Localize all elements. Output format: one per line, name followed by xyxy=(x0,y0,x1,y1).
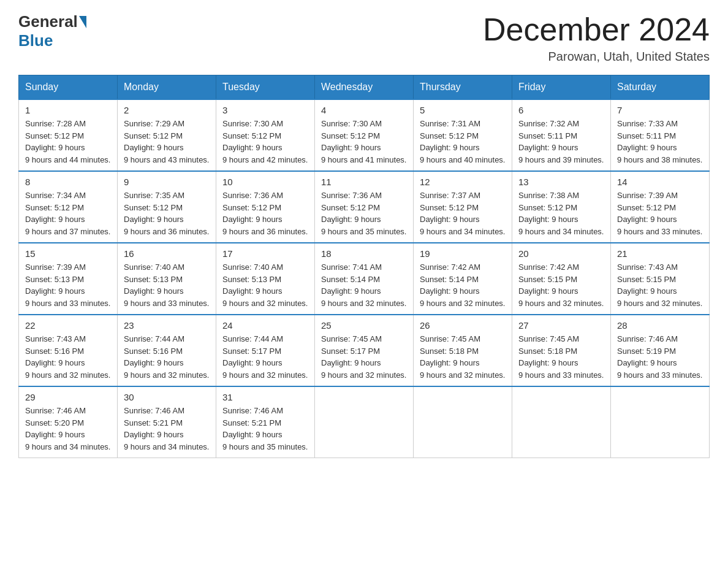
day-info: Sunrise: 7:43 AMSunset: 5:15 PMDaylight:… xyxy=(617,261,703,309)
header-row: SundayMondayTuesdayWednesdayThursdayFrid… xyxy=(19,75,710,100)
calendar-cell: 19Sunrise: 7:42 AMSunset: 5:14 PMDayligh… xyxy=(414,243,512,315)
calendar-cell: 13Sunrise: 7:38 AMSunset: 5:12 PMDayligh… xyxy=(512,171,611,243)
calendar-cell xyxy=(512,386,611,458)
day-number: 28 xyxy=(617,320,703,331)
logo-blue: Blue xyxy=(18,31,53,50)
calendar-cell: 20Sunrise: 7:42 AMSunset: 5:15 PMDayligh… xyxy=(512,243,611,315)
calendar-cell: 11Sunrise: 7:36 AMSunset: 5:12 PMDayligh… xyxy=(315,171,414,243)
location-title: Parowan, Utah, United States xyxy=(483,50,710,64)
logo-general: General xyxy=(18,12,78,31)
calendar-cell: 29Sunrise: 7:46 AMSunset: 5:20 PMDayligh… xyxy=(19,386,118,458)
day-info: Sunrise: 7:35 AMSunset: 5:12 PMDaylight:… xyxy=(124,190,210,237)
day-number: 14 xyxy=(617,177,703,187)
day-info: Sunrise: 7:46 AMSunset: 5:19 PMDaylight:… xyxy=(617,333,703,381)
calendar-cell: 23Sunrise: 7:44 AMSunset: 5:16 PMDayligh… xyxy=(118,315,216,386)
week-row-4: 22Sunrise: 7:43 AMSunset: 5:16 PMDayligh… xyxy=(19,315,710,386)
calendar-cell: 12Sunrise: 7:37 AMSunset: 5:12 PMDayligh… xyxy=(414,171,512,243)
calendar-cell: 21Sunrise: 7:43 AMSunset: 5:15 PMDayligh… xyxy=(611,243,710,315)
day-number: 26 xyxy=(420,320,506,331)
calendar-cell: 4Sunrise: 7:30 AMSunset: 5:12 PMDaylight… xyxy=(315,99,414,171)
day-info: Sunrise: 7:30 AMSunset: 5:12 PMDaylight:… xyxy=(222,118,308,166)
calendar-cell: 31Sunrise: 7:46 AMSunset: 5:21 PMDayligh… xyxy=(216,386,315,458)
day-number: 15 xyxy=(25,248,111,259)
header-wednesday: Wednesday xyxy=(315,75,414,100)
day-info: Sunrise: 7:45 AMSunset: 5:18 PMDaylight:… xyxy=(518,333,604,381)
day-info: Sunrise: 7:42 AMSunset: 5:14 PMDaylight:… xyxy=(420,261,506,309)
logo-triangle-icon xyxy=(79,16,86,28)
header-thursday: Thursday xyxy=(414,75,512,100)
calendar-cell: 14Sunrise: 7:39 AMSunset: 5:12 PMDayligh… xyxy=(611,171,710,243)
calendar-cell: 28Sunrise: 7:46 AMSunset: 5:19 PMDayligh… xyxy=(611,315,710,386)
calendar-cell xyxy=(414,386,512,458)
day-number: 16 xyxy=(124,248,210,259)
day-number: 24 xyxy=(222,320,308,331)
day-info: Sunrise: 7:40 AMSunset: 5:13 PMDaylight:… xyxy=(222,261,308,309)
day-info: Sunrise: 7:39 AMSunset: 5:13 PMDaylight:… xyxy=(25,261,111,309)
day-info: Sunrise: 7:42 AMSunset: 5:15 PMDaylight:… xyxy=(518,261,604,309)
day-number: 3 xyxy=(222,105,308,115)
day-info: Sunrise: 7:44 AMSunset: 5:16 PMDaylight:… xyxy=(124,333,210,381)
day-number: 12 xyxy=(420,177,506,187)
day-number: 7 xyxy=(617,105,703,115)
calendar-cell xyxy=(611,386,710,458)
day-info: Sunrise: 7:46 AMSunset: 5:20 PMDaylight:… xyxy=(25,405,111,453)
calendar-cell: 10Sunrise: 7:36 AMSunset: 5:12 PMDayligh… xyxy=(216,171,315,243)
calendar-cell: 17Sunrise: 7:40 AMSunset: 5:13 PMDayligh… xyxy=(216,243,315,315)
day-number: 11 xyxy=(321,177,407,187)
day-number: 1 xyxy=(25,105,111,115)
day-info: Sunrise: 7:43 AMSunset: 5:16 PMDaylight:… xyxy=(25,333,111,381)
header-saturday: Saturday xyxy=(611,75,710,100)
calendar-cell: 18Sunrise: 7:41 AMSunset: 5:14 PMDayligh… xyxy=(315,243,414,315)
day-info: Sunrise: 7:46 AMSunset: 5:21 PMDaylight:… xyxy=(124,405,210,453)
calendar-cell: 22Sunrise: 7:43 AMSunset: 5:16 PMDayligh… xyxy=(19,315,118,386)
day-number: 22 xyxy=(25,320,111,331)
month-title: December 2024 xyxy=(483,12,710,47)
day-info: Sunrise: 7:34 AMSunset: 5:12 PMDaylight:… xyxy=(25,190,111,237)
day-info: Sunrise: 7:40 AMSunset: 5:13 PMDaylight:… xyxy=(124,261,210,309)
day-number: 17 xyxy=(222,248,308,259)
calendar-cell: 2Sunrise: 7:29 AMSunset: 5:12 PMDaylight… xyxy=(118,99,216,171)
calendar-cell: 6Sunrise: 7:32 AMSunset: 5:11 PMDaylight… xyxy=(512,99,611,171)
day-info: Sunrise: 7:37 AMSunset: 5:12 PMDaylight:… xyxy=(420,190,506,237)
day-number: 29 xyxy=(25,392,111,402)
day-number: 20 xyxy=(518,248,604,259)
day-number: 23 xyxy=(124,320,210,331)
calendar-table: SundayMondayTuesdayWednesdayThursdayFrid… xyxy=(18,75,710,458)
day-info: Sunrise: 7:38 AMSunset: 5:12 PMDaylight:… xyxy=(518,190,604,237)
calendar-cell: 24Sunrise: 7:44 AMSunset: 5:17 PMDayligh… xyxy=(216,315,315,386)
day-number: 30 xyxy=(124,392,210,402)
day-number: 10 xyxy=(222,177,308,187)
day-info: Sunrise: 7:32 AMSunset: 5:11 PMDaylight:… xyxy=(518,118,604,166)
calendar-cell: 9Sunrise: 7:35 AMSunset: 5:12 PMDaylight… xyxy=(118,171,216,243)
week-row-5: 29Sunrise: 7:46 AMSunset: 5:20 PMDayligh… xyxy=(19,386,710,458)
header-tuesday: Tuesday xyxy=(216,75,315,100)
calendar-cell: 27Sunrise: 7:45 AMSunset: 5:18 PMDayligh… xyxy=(512,315,611,386)
day-info: Sunrise: 7:30 AMSunset: 5:12 PMDaylight:… xyxy=(321,118,407,166)
calendar-cell: 16Sunrise: 7:40 AMSunset: 5:13 PMDayligh… xyxy=(118,243,216,315)
day-number: 4 xyxy=(321,105,407,115)
calendar-cell: 8Sunrise: 7:34 AMSunset: 5:12 PMDaylight… xyxy=(19,171,118,243)
calendar-cell: 15Sunrise: 7:39 AMSunset: 5:13 PMDayligh… xyxy=(19,243,118,315)
day-number: 25 xyxy=(321,320,407,331)
day-info: Sunrise: 7:28 AMSunset: 5:12 PMDaylight:… xyxy=(25,118,111,166)
day-info: Sunrise: 7:29 AMSunset: 5:12 PMDaylight:… xyxy=(124,118,210,166)
header-monday: Monday xyxy=(118,75,216,100)
day-number: 5 xyxy=(420,105,506,115)
calendar-cell: 1Sunrise: 7:28 AMSunset: 5:12 PMDaylight… xyxy=(19,99,118,171)
day-info: Sunrise: 7:33 AMSunset: 5:11 PMDaylight:… xyxy=(617,118,703,166)
week-row-3: 15Sunrise: 7:39 AMSunset: 5:13 PMDayligh… xyxy=(19,243,710,315)
day-info: Sunrise: 7:39 AMSunset: 5:12 PMDaylight:… xyxy=(617,190,703,237)
title-area: December 2024 Parowan, Utah, United Stat… xyxy=(483,12,710,64)
calendar-cell: 25Sunrise: 7:45 AMSunset: 5:17 PMDayligh… xyxy=(315,315,414,386)
day-number: 2 xyxy=(124,105,210,115)
day-info: Sunrise: 7:45 AMSunset: 5:17 PMDaylight:… xyxy=(321,333,407,381)
day-info: Sunrise: 7:36 AMSunset: 5:12 PMDaylight:… xyxy=(222,190,308,237)
header-friday: Friday xyxy=(512,75,611,100)
week-row-1: 1Sunrise: 7:28 AMSunset: 5:12 PMDaylight… xyxy=(19,99,710,171)
day-number: 19 xyxy=(420,248,506,259)
day-number: 27 xyxy=(518,320,604,331)
header-sunday: Sunday xyxy=(19,75,118,100)
day-number: 6 xyxy=(518,105,604,115)
day-number: 18 xyxy=(321,248,407,259)
day-info: Sunrise: 7:41 AMSunset: 5:14 PMDaylight:… xyxy=(321,261,407,309)
